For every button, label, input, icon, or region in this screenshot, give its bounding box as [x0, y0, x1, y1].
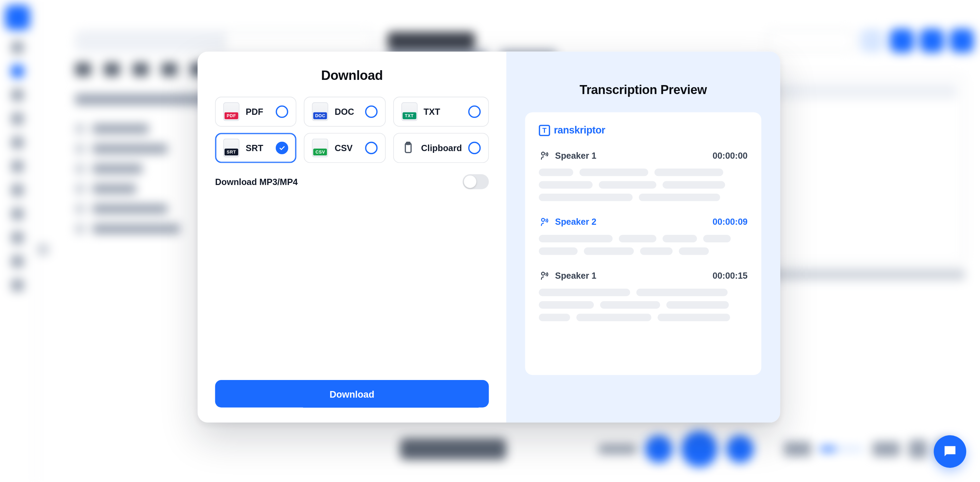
- player-next: [726, 435, 754, 463]
- format-radio: [276, 105, 288, 118]
- doc-title: [387, 32, 475, 49]
- app-logo: [5, 5, 30, 30]
- sidebar-item: [11, 279, 24, 292]
- preview-pane: Transcription Preview Transkriptor Speak…: [506, 51, 780, 423]
- segment-timestamp: 00:00:09: [713, 217, 748, 227]
- segment-timestamp: 00:00:00: [713, 150, 748, 160]
- segment-lines: [539, 169, 748, 201]
- doc-file-icon: DOC: [312, 102, 328, 121]
- format-option-clipboard[interactable]: Clipboard: [393, 133, 488, 163]
- sidebar-item: [11, 65, 24, 77]
- segment-speaker: Speaker 1: [539, 150, 597, 161]
- topbar-action: [890, 29, 914, 53]
- segment-speaker: Speaker 2: [539, 216, 597, 228]
- format-label: Clipboard: [421, 143, 462, 153]
- format-option-srt[interactable]: SRT SRT: [215, 133, 296, 163]
- format-radio: [468, 105, 480, 118]
- chat-icon: [942, 443, 958, 460]
- format-option-doc[interactable]: DOC DOC: [304, 97, 386, 127]
- format-label: SRT: [246, 143, 269, 153]
- sidebar-item: [11, 255, 24, 268]
- format-label: DOC: [334, 107, 358, 117]
- download-title: Download: [215, 68, 488, 83]
- format-grid: PDF PDF DOC DOC TXT TXT SRT SRT CSV CSV …: [215, 97, 488, 163]
- sidebar-item: [11, 231, 24, 244]
- format-radio: [365, 142, 377, 154]
- sidebar-item: [11, 113, 24, 125]
- player-prev: [645, 435, 673, 463]
- pdf-file-icon: PDF: [223, 102, 239, 121]
- preview-title: Transcription Preview: [525, 83, 761, 97]
- sidebar-item: [11, 184, 24, 196]
- sidebar-item: [11, 207, 24, 220]
- sidebar-item: [11, 89, 24, 101]
- sidebar-item: [11, 136, 24, 149]
- clipboard-icon: [401, 140, 415, 156]
- format-option-csv[interactable]: CSV CSV: [304, 133, 386, 163]
- segment-speaker: Speaker 1: [539, 270, 597, 281]
- format-option-pdf[interactable]: PDF PDF: [215, 97, 296, 127]
- mp3mp4-toggle[interactable]: [463, 174, 489, 189]
- speaker-icon: [539, 150, 550, 161]
- segment-timestamp: 00:00:15: [713, 270, 748, 281]
- sidebar-item: [11, 160, 24, 172]
- chat-launcher[interactable]: [934, 435, 966, 468]
- brand-logo: Transkriptor: [539, 125, 748, 136]
- format-label: PDF: [246, 107, 269, 117]
- player-play: [681, 431, 718, 467]
- add-comment-button: [400, 439, 506, 460]
- txt-file-icon: TXT: [401, 102, 417, 121]
- srt-file-icon: SRT: [223, 139, 239, 157]
- transcript-segment: Speaker 1 00:00:15: [539, 270, 748, 321]
- speaker-icon: [539, 216, 550, 228]
- sidebar-item: [11, 41, 24, 54]
- transcript-segment: Speaker 1 00:00:00: [539, 150, 748, 201]
- download-left-pane: Download PDF PDF DOC DOC TXT TXT SRT SRT…: [198, 51, 506, 423]
- format-label: TXT: [424, 107, 462, 117]
- preview-card: Transkriptor Speaker 1 00:00:00 Speaker …: [525, 112, 761, 375]
- transcript-segment: Speaker 2 00:00:09: [539, 216, 748, 255]
- format-label: CSV: [334, 143, 358, 153]
- download-button[interactable]: Download: [215, 380, 488, 408]
- format-option-txt[interactable]: TXT TXT: [393, 97, 488, 127]
- brand-text: ranskriptor: [554, 125, 605, 136]
- format-radio: [468, 142, 480, 154]
- topbar-action: [860, 29, 884, 53]
- format-radio: [276, 142, 288, 154]
- topbar-action: [920, 29, 944, 53]
- csv-file-icon: CSV: [312, 139, 328, 157]
- edit-as-note-button: [766, 30, 854, 51]
- segment-lines: [539, 235, 748, 255]
- download-modal: Download PDF PDF DOC DOC TXT TXT SRT SRT…: [198, 51, 780, 423]
- speaker-icon: [539, 270, 550, 281]
- topbar-action: [950, 29, 974, 53]
- format-radio: [365, 105, 377, 118]
- brand-t-icon: T: [539, 125, 550, 136]
- player-seek: [820, 446, 864, 451]
- segment-lines: [539, 289, 748, 321]
- mp3mp4-label: Download MP3/MP4: [215, 177, 298, 187]
